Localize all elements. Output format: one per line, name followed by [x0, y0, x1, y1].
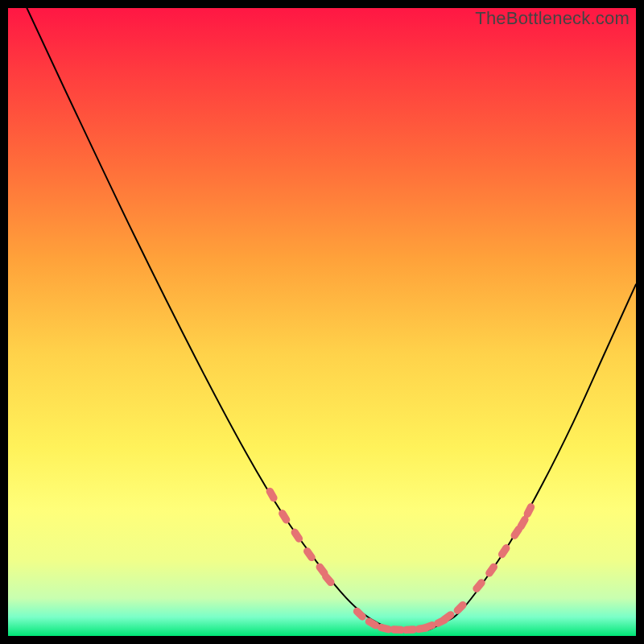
- curve-marker: [497, 543, 511, 559]
- plot-area: TheBottleneck.com: [8, 8, 636, 636]
- marker-group: [265, 486, 536, 634]
- bottleneck-curve: [27, 8, 636, 630]
- curve-marker: [452, 600, 469, 616]
- curve-marker: [277, 508, 291, 525]
- curve-marker: [352, 606, 368, 622]
- chart-container: TheBottleneck.com: [0, 0, 644, 644]
- curve-layer: [8, 8, 636, 636]
